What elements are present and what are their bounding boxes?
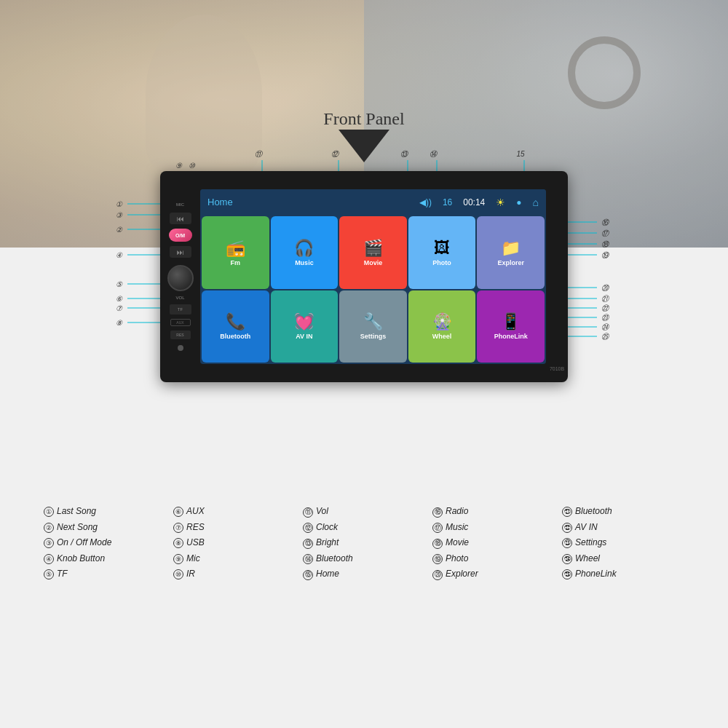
explorer-label: Explorer [497,259,524,266]
svg-text:⑥: ⑥ [116,295,123,303]
front-panel-title: Front Panel [323,109,404,128]
app-music[interactable]: 🎧 Music [271,216,339,289]
svg-text:㉓: ㉓ [601,314,610,322]
svg-text:⑬: ⑬ [400,150,408,158]
screen-time: 00:14 [463,197,485,207]
svg-text:⑦: ⑦ [116,304,123,312]
legend-item-19: ⑲ Photo [432,553,555,565]
screen-bright-icon: ☀ [496,197,505,208]
music-label: Music [295,259,314,266]
svg-text:⑭: ⑭ [430,150,438,158]
legend-item-16: ⑯ Radio [432,506,555,518]
legend-item-18: ⑱ Movie [432,537,555,549]
volume-knob[interactable] [167,265,194,291]
legend-item-25: ㉕ PhoneLink [562,569,684,580]
app-phonelink[interactable]: 📱 PhoneLink [477,290,545,363]
svg-text:⑪: ⑪ [255,150,263,158]
screen-home-icon: ⌂ [533,197,539,208]
screen-vol-icon: ◀)) [419,197,432,207]
svg-text:⑩: ⑩ [189,162,196,170]
legend-item-10: ⑩ IR [173,569,296,580]
device-left-panel: MIC O/M VOL TF AUX [160,171,200,382]
arrow-down-icon [339,130,389,162]
legend-item-7: ⑦ RES [173,522,296,534]
svg-text:⑯: ⑯ [601,218,609,226]
mic-indicator: MIC [176,202,184,207]
svg-text:⑧: ⑧ [116,319,123,327]
photo-icon: 🖼 [434,239,450,258]
res-button[interactable]: RES [170,331,191,339]
app-fm[interactable]: 📻 Fm [202,216,269,289]
svg-text:⑤: ⑤ [116,280,123,288]
legend-item-3: ③ On / Off Mode [44,537,166,549]
app-explorer[interactable]: 📁 Explorer [477,216,545,289]
legend-item-13: ⑬ Bright [303,537,425,549]
device-screen: Home ◀)) 16 00:14 ☀ ● ⌂ 📻 Fm [200,189,546,364]
svg-text:⑨: ⑨ [175,162,183,170]
prev-song-button[interactable] [170,213,191,224]
screen-bt-icon: ● [516,197,521,207]
bluetooth-icon: 📞 [226,312,245,331]
svg-text:⑰: ⑰ [601,229,609,237]
mode-button[interactable]: O/M [169,229,192,242]
svg-text:㉕: ㉕ [601,333,610,341]
legend-item-20: ⑳ Explorer [432,569,555,580]
screen-header: Home ◀)) 16 00:14 ☀ ● ⌂ [200,189,546,215]
app-avin[interactable]: 💓 AV IN [271,290,339,363]
settings-icon: 🔧 [363,312,383,331]
svg-text:③: ③ [116,211,123,219]
app-bluetooth[interactable]: 📞 Bluetooth [202,290,269,363]
legend-item-2: ② Next Song [44,522,166,534]
legend-item-4: ④ Knob Button [44,553,166,565]
svg-text:㉔: ㉔ [601,323,610,331]
aux-port: AUX [170,319,191,326]
svg-text:④: ④ [116,251,123,259]
fm-icon: 📻 [226,239,245,258]
legend-item-5: ⑤ TF [44,569,166,580]
photo-label: Photo [432,259,451,266]
svg-text:②: ② [116,226,123,234]
device-right-panel: 7010B [546,171,568,382]
legend-item-12: ⑫ Clock [303,522,425,534]
fm-label: Fm [231,259,241,266]
app-grid: 📻 Fm 🎧 Music 🎬 Movie 🖼 [200,215,546,364]
svg-text:⑳: ⑳ [601,284,609,292]
app-wheel[interactable]: 🎡 Wheel [408,290,476,363]
explorer-icon: 📁 [501,239,521,258]
svg-text:㉑: ㉑ [601,295,610,303]
main-container: Front Panel ① ② ③ ④ ⑤ [0,0,728,728]
phonelink-icon: 📱 [501,312,521,331]
screen-home-label: Home [207,197,233,207]
svg-text:㉒: ㉒ [601,304,610,312]
legend-item-9: ⑨ Mic [173,553,296,565]
tf-slot[interactable]: TF [170,304,191,314]
svg-text:⑲: ⑲ [601,251,609,259]
phonelink-label: PhoneLink [494,333,528,340]
legend-item-21: ㉑ Bluetooth [562,506,684,518]
avin-icon: 💓 [294,312,314,331]
music-icon: 🎧 [294,239,314,258]
vol-label: VOL [175,296,184,300]
legend-item-24: ㉔ Wheel [562,553,684,565]
next-song-button[interactable] [170,246,191,258]
svg-text:①: ① [116,200,123,208]
movie-label: Movie [364,259,383,266]
aux-label: AUX [176,320,183,325]
app-settings[interactable]: 🔧 Settings [339,290,407,363]
legend-item-22: ㉒ AV IN [562,522,684,534]
legend-item-11: ⑪ Vol [303,506,425,518]
settings-label: Settings [360,333,387,340]
avin-label: AV IN [296,333,312,340]
car-stereo-device: MIC O/M VOL TF AUX [160,171,568,382]
legend-item-6: ⑥ AUX [173,506,296,518]
legend-item-8: ⑧ USB [173,537,296,549]
app-movie[interactable]: 🎬 Movie [339,216,407,289]
legend-item-14: ⑭ Bluetooth [303,553,425,565]
mode-button-label: O/M [175,233,185,238]
app-photo[interactable]: 🖼 Photo [408,216,476,289]
legend-item-15: ⑮ Home [303,569,425,580]
legend-item-17: ⑰ Music [432,522,555,534]
bluetooth-label: Bluetooth [220,333,250,340]
svg-text:15: 15 [516,150,525,158]
wheel-icon: 🎡 [432,312,452,331]
